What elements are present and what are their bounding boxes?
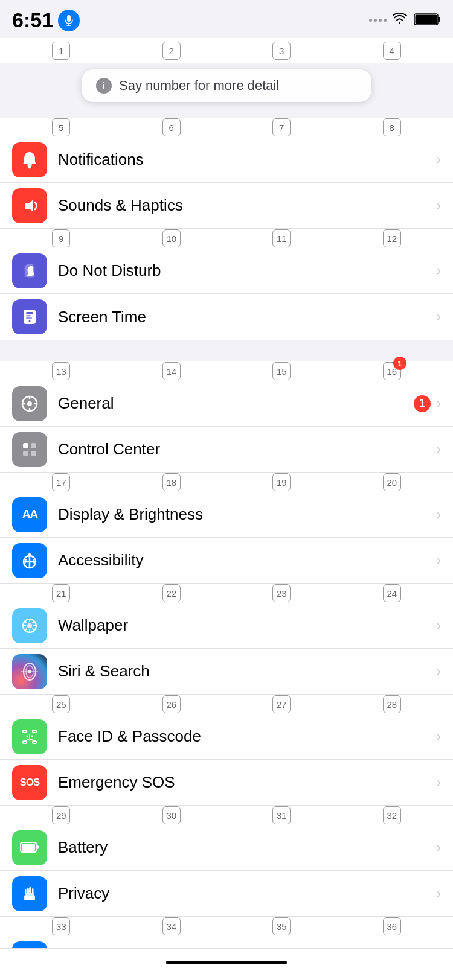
chevron-icon: › <box>437 886 441 902</box>
siri-label: Siri & Search <box>58 662 437 681</box>
display-right: › <box>437 507 441 523</box>
chevron-icon: › <box>437 618 441 634</box>
settings-row-display[interactable]: AA Display & Brightness › <box>0 492 453 538</box>
svg-rect-56 <box>30 887 31 894</box>
number-badge-1: 1 <box>52 42 70 60</box>
svg-line-39 <box>25 629 27 631</box>
settings-row-screentime[interactable]: Screen Time › <box>0 294 453 340</box>
privacy-right: › <box>437 886 441 902</box>
controlcenter-right: › <box>437 442 441 457</box>
battery-right: › <box>437 840 441 856</box>
chevron-icon: › <box>437 775 441 791</box>
settings-row-battery[interactable]: Battery › <box>0 825 453 871</box>
chevron-icon: › <box>437 396 441 412</box>
svg-point-13 <box>29 320 31 322</box>
settings-row-accessibility[interactable]: Accessibility › <box>0 538 453 584</box>
sounds-right: › <box>437 198 441 214</box>
svg-rect-44 <box>23 730 27 733</box>
settings-row-faceid[interactable]: Face ID & Passcode › <box>0 714 453 760</box>
svg-rect-5 <box>416 14 437 24</box>
svg-rect-4 <box>438 17 440 22</box>
numbers-row-13-16: 13 14 15 16 1 <box>0 361 453 381</box>
sos-right: › <box>437 775 441 791</box>
chevron-icon: › <box>437 152 441 168</box>
settings-row-siri[interactable]: Siri & Search › <box>0 649 453 695</box>
chevron-icon: › <box>437 840 441 856</box>
chevron-icon: › <box>437 263 441 279</box>
notifications-right: › <box>437 152 441 168</box>
siri-right: › <box>437 664 441 679</box>
top-numbers-row: 1 2 3 4 <box>0 38 453 63</box>
screentime-label: Screen Time <box>58 308 437 326</box>
display-label: Display & Brightness <box>58 505 437 524</box>
settings-row-sos[interactable]: SOS Emergency SOS › <box>0 760 453 806</box>
faceid-right: › <box>437 729 441 745</box>
mic-icon <box>58 10 80 31</box>
svg-rect-20 <box>23 443 28 448</box>
battery-icon <box>414 13 441 28</box>
battery-icon-row <box>12 830 47 865</box>
privacy-label: Privacy <box>58 884 437 903</box>
svg-rect-0 <box>67 15 71 22</box>
general-right: 1 › <box>414 395 441 412</box>
status-bar: 6:51 <box>0 0 453 38</box>
svg-rect-47 <box>33 741 36 743</box>
wifi-icon <box>393 13 408 28</box>
general-icon <box>12 386 47 421</box>
svg-rect-22 <box>23 451 28 456</box>
numbers-row-33-36: 33 34 35 36 <box>0 917 453 936</box>
general-badge: 1 <box>414 395 431 412</box>
time-display: 6:51 <box>12 8 53 32</box>
settings-row-controlcenter[interactable]: Control Center › <box>0 427 453 472</box>
settings-row-dnd[interactable]: Do Not Disturb › <box>0 248 453 294</box>
numbers-row-25-28: 25 26 27 28 <box>0 695 453 714</box>
screentime-right: › <box>437 309 441 325</box>
accessibility-label: Accessibility <box>58 551 437 570</box>
number-badge-4: 4 <box>383 42 401 60</box>
svg-rect-11 <box>26 315 31 317</box>
dnd-label: Do Not Disturb <box>58 261 437 280</box>
wallpaper-right: › <box>437 618 441 634</box>
privacy-icon <box>12 876 47 911</box>
svg-point-7 <box>28 165 31 168</box>
settings-row-sounds[interactable]: Sounds & Haptics › <box>0 183 453 229</box>
dnd-right: › <box>437 263 441 279</box>
wallpaper-label: Wallpaper <box>58 616 437 635</box>
svg-point-48 <box>27 735 28 737</box>
svg-marker-8 <box>25 200 33 212</box>
toast-message: i Say number for more detail <box>82 69 371 102</box>
faceid-label: Face ID & Passcode <box>58 727 437 746</box>
display-icon: AA <box>12 497 47 532</box>
chevron-icon: › <box>437 553 441 568</box>
accessibility-icon <box>12 543 47 578</box>
svg-rect-46 <box>23 741 27 743</box>
sounds-label: Sounds & Haptics <box>58 196 437 215</box>
numbers-row-29-32: 29 30 31 32 <box>0 806 453 825</box>
chevron-icon: › <box>437 664 441 679</box>
settings-row-general[interactable]: General 1 › <box>0 381 453 427</box>
svg-rect-21 <box>31 443 36 448</box>
chevron-icon: › <box>437 729 441 745</box>
svg-line-37 <box>33 629 34 631</box>
settings-row-wallpaper[interactable]: Wallpaper › <box>0 603 453 649</box>
controlcenter-icon <box>12 432 47 467</box>
numbers-row-5678: 5 6 7 8 <box>0 118 453 137</box>
home-indicator <box>166 961 287 964</box>
screentime-icon <box>12 299 47 334</box>
svg-point-49 <box>31 735 33 737</box>
toast-text: Say number for more detail <box>119 78 279 94</box>
section-divider-1 <box>0 340 453 361</box>
status-time: 6:51 <box>12 8 80 32</box>
settings-row-notifications[interactable]: Notifications › <box>0 137 453 183</box>
chevron-icon: › <box>437 198 441 214</box>
svg-rect-23 <box>31 451 36 456</box>
sounds-icon <box>12 188 47 223</box>
settings-row-privacy[interactable]: Privacy › <box>0 871 453 917</box>
siri-icon <box>12 654 47 689</box>
sos-icon: SOS <box>12 765 47 800</box>
number-badge-2: 2 <box>162 42 181 60</box>
chevron-icon: › <box>437 309 441 325</box>
svg-rect-55 <box>27 888 29 894</box>
svg-rect-45 <box>33 730 36 733</box>
status-right <box>369 13 441 28</box>
